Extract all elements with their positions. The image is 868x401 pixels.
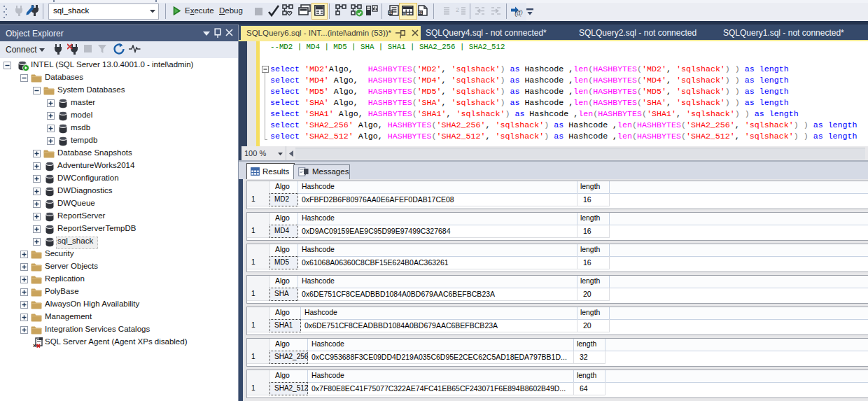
svg-text:x: x — [33, 342, 36, 348]
svg-text:@: @ — [514, 7, 523, 17]
svg-text:01: 01 — [419, 11, 423, 15]
svg-text:2: 2 — [456, 6, 459, 13]
svg-text:01: 01 — [403, 13, 407, 16]
svg-text:01: 01 — [388, 11, 393, 15]
